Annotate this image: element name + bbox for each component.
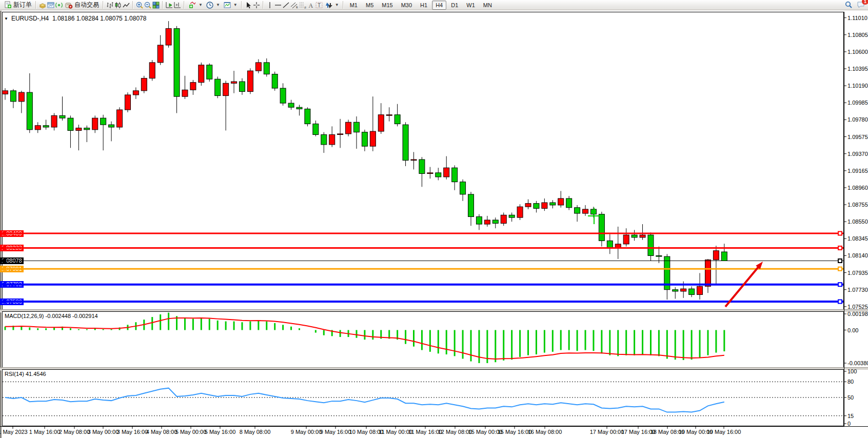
svg-text:T: T xyxy=(318,3,321,8)
zoom-in-icon[interactable] xyxy=(135,1,144,9)
macd-axis-label: 0.00 xyxy=(847,327,858,334)
time-axis-label: 16 May 08:00 xyxy=(528,429,562,435)
time-axis-label: 17 May 00:00 xyxy=(590,429,624,435)
time-axis-label: 9 May 00:00 xyxy=(291,429,322,435)
collapse-triangle-icon[interactable]: ▼ xyxy=(4,16,8,21)
macd-axis-label: 0.001982 xyxy=(847,311,868,317)
price-axis-tick-label: 1.08960 xyxy=(847,185,868,191)
chevron-down-icon: ▼ xyxy=(233,3,238,7)
timeframe-button-M5[interactable]: M5 xyxy=(362,1,377,10)
timeframe-button-M30[interactable]: M30 xyxy=(398,1,416,10)
price-line-label: 1.08409 xyxy=(0,230,24,237)
rsi-axis-label: 0 xyxy=(847,421,851,427)
price-axis-tick-label: 1.10805 xyxy=(847,32,868,38)
price-axis-tick-label: 1.07935 xyxy=(847,270,868,276)
time-axis-label: 8 May 08:00 xyxy=(240,429,271,435)
chart-shift-icon[interactable] xyxy=(173,1,182,9)
price-axis-tick-label: 1.07730 xyxy=(847,287,868,293)
price-chart-panel[interactable] xyxy=(2,12,844,310)
price-axis-tick-label: 1.09985 xyxy=(847,99,868,106)
auto-trading-label: 自动交易 xyxy=(74,1,99,9)
price-line-label: 1.08233 xyxy=(0,245,24,251)
chevron-down-icon: ▼ xyxy=(335,3,339,7)
svg-text:E: E xyxy=(296,6,298,9)
new-order-button[interactable]: 新订单 xyxy=(2,1,33,10)
line-chart-icon[interactable] xyxy=(122,1,130,9)
time-axis-label: 5 May 00:00 xyxy=(175,429,207,435)
rsi-axis-label: 50 xyxy=(847,394,854,401)
bar-chart-icon[interactable] xyxy=(106,1,114,9)
price-axis-tick-label: 1.09780 xyxy=(847,116,868,123)
svg-text:F: F xyxy=(304,6,306,9)
periods-button[interactable]: ▼ xyxy=(204,1,222,10)
timeframe-button-MN[interactable]: MN xyxy=(480,1,496,10)
auto-trading-button[interactable]: 自动交易 xyxy=(63,1,101,10)
zoom-out-icon[interactable] xyxy=(144,1,152,9)
equidistant-channel-icon[interactable]: E xyxy=(290,1,299,9)
tile-windows-icon[interactable] xyxy=(152,1,160,9)
notification-badge: 1 xyxy=(862,0,868,5)
crosshair-icon[interactable] xyxy=(252,1,261,9)
chat-icon[interactable]: 1 xyxy=(857,1,865,9)
macd-axis-label: -0.003804 xyxy=(847,360,868,367)
price-axis-tick-label: 1.08140 xyxy=(847,252,868,259)
rsi-panel[interactable] xyxy=(2,369,844,426)
time-axis-label: 12 May 08:00 xyxy=(438,429,472,435)
time-axis[interactable] xyxy=(0,426,868,427)
fibonacci-icon[interactable]: F xyxy=(299,1,307,9)
indicators-button[interactable]: ▼ xyxy=(187,1,204,10)
price-axis-tick-label: 1.08345 xyxy=(847,235,868,242)
trendline-icon[interactable] xyxy=(282,1,290,9)
text-label-icon[interactable]: T xyxy=(315,1,323,9)
timeframe-button-M15[interactable]: M15 xyxy=(378,1,396,10)
timeframe-button-W1[interactable]: W1 xyxy=(463,1,479,10)
timeframe-toolbar: M1M5M15M30H1H4D1W1MN xyxy=(346,0,496,10)
search-icon[interactable] xyxy=(844,1,853,9)
cursor-icon[interactable] xyxy=(244,1,252,9)
rsi-axis-label: 15 xyxy=(847,413,854,420)
timeframe-button-D1[interactable]: D1 xyxy=(447,1,462,10)
macd-label: MACD(12,26,9) -0.002448 -0.002914 xyxy=(5,313,98,319)
new-order-icon xyxy=(4,1,12,9)
price-axis-tick-label: 1.10190 xyxy=(847,83,868,89)
toolbar-separator xyxy=(132,1,133,9)
arrows-button[interactable]: ▼ xyxy=(323,1,341,10)
timeframe-button-H1[interactable]: H1 xyxy=(417,1,431,10)
time-axis-label: 11 May 16:00 xyxy=(408,429,442,435)
chevron-down-icon: ▼ xyxy=(199,3,203,7)
symbol-period-label: EURUSD-,H4 xyxy=(11,15,49,22)
time-axis-label: 1 May 2023 xyxy=(0,429,28,435)
toolbar-separator xyxy=(343,1,344,9)
time-axis-label: 3 May 00:00 xyxy=(88,429,119,435)
auto-scroll-icon[interactable] xyxy=(165,1,173,9)
price-axis[interactable] xyxy=(844,12,844,426)
templates-button[interactable]: ▼ xyxy=(222,1,239,10)
candlestick-chart-icon[interactable] xyxy=(114,1,122,9)
svg-text:A: A xyxy=(308,2,313,9)
arrows-icon xyxy=(325,1,333,9)
text-icon[interactable]: A xyxy=(307,1,315,9)
periods-icon xyxy=(206,1,214,9)
profiles-icon[interactable] xyxy=(38,1,47,9)
new-chart-icon[interactable] xyxy=(47,1,55,9)
price-axis-tick-label: 1.10600 xyxy=(847,49,868,55)
toolbar-separator xyxy=(263,1,264,9)
time-axis-label: 4 May 08:00 xyxy=(146,429,177,435)
rsi-label: RSI(14) 41.4546 xyxy=(5,371,46,377)
price-axis-tick-label: 1.09165 xyxy=(847,168,868,174)
vertical-line-icon[interactable] xyxy=(266,1,274,9)
timeframe-button-M1[interactable]: M1 xyxy=(346,1,361,10)
timeframe-button-H4[interactable]: H4 xyxy=(432,1,446,10)
price-axis-tick-label: 1.08755 xyxy=(847,202,868,208)
time-axis-label: 19 May 16:00 xyxy=(707,429,741,435)
macd-panel[interactable] xyxy=(2,311,844,368)
signals-icon[interactable] xyxy=(55,1,63,9)
price-line-label: 1.07981 xyxy=(0,266,24,272)
templates-icon xyxy=(223,1,231,9)
horizontal-line-icon[interactable] xyxy=(274,1,282,9)
time-axis-label: 1 May 16:00 xyxy=(29,429,61,435)
toolbar-separator xyxy=(241,1,242,9)
toolbar-separator xyxy=(162,1,163,9)
time-axis-label: 15 May 16:00 xyxy=(498,429,532,435)
time-axis-label: 9 May 16:00 xyxy=(320,429,351,435)
